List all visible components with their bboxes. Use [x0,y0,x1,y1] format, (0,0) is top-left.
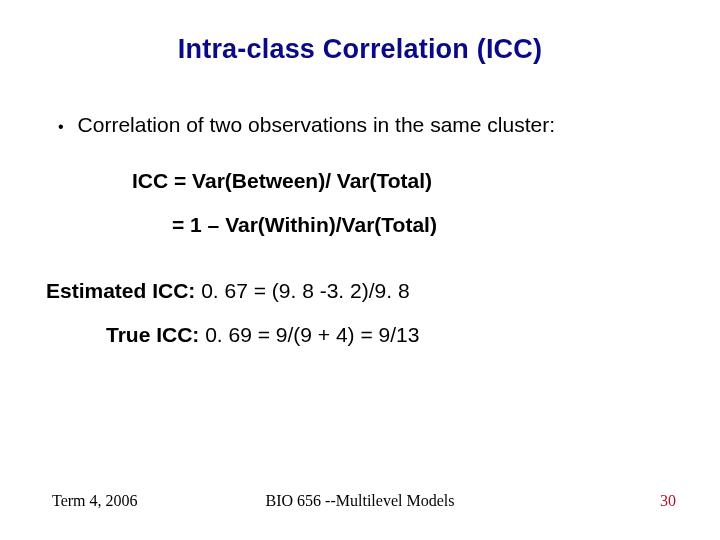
page-number: 30 [660,492,676,510]
true-icc-line: True ICC: 0. 69 = 9/(9 + 4) = 9/13 [106,323,682,347]
equation-1: ICC = Var(Between)/ Var(Total) [132,169,682,193]
footer-term: Term 4, 2006 [52,492,138,510]
bullet-text: Correlation of two observations in the s… [78,113,555,137]
estimated-icc-line: Estimated ICC: 0. 67 = (9. 8 -3. 2)/9. 8 [46,279,682,303]
footer-course: BIO 656 --Multilevel Models [266,492,455,510]
footer: Term 4, 2006 BIO 656 --Multilevel Models… [0,492,720,510]
true-icc-label: True ICC: [106,323,199,346]
slide: Intra-class Correlation (ICC) • Correlat… [0,0,720,540]
estimated-icc-label: Estimated ICC: [46,279,195,302]
bullet-dot: • [58,116,64,137]
true-icc-value: 0. 69 = 9/(9 + 4) = 9/13 [199,323,419,346]
bullet-item: • Correlation of two observations in the… [58,113,682,137]
estimated-icc-value: 0. 67 = (9. 8 -3. 2)/9. 8 [195,279,409,302]
page-title: Intra-class Correlation (ICC) [38,34,682,65]
equation-2: = 1 – Var(Within)/Var(Total) [172,213,682,237]
